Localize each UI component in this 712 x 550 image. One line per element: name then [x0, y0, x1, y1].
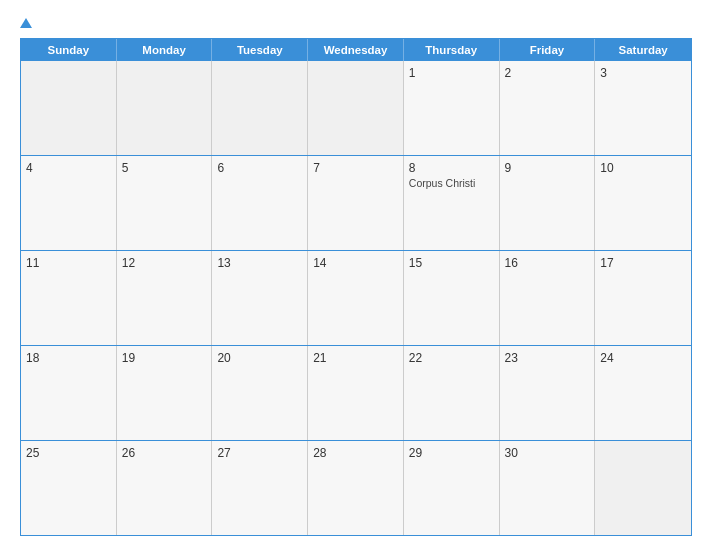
day-number: 10 [600, 161, 686, 175]
day-header-saturday: Saturday [595, 39, 691, 61]
calendar-cell: 24 [595, 346, 691, 440]
calendar-header: SundayMondayTuesdayWednesdayThursdayFrid… [21, 39, 691, 61]
calendar-cell: 22 [404, 346, 500, 440]
logo-triangle-icon [20, 18, 32, 28]
day-number: 23 [505, 351, 590, 365]
calendar-week-1: 123 [21, 61, 691, 155]
calendar-cell: 9 [500, 156, 596, 250]
day-number: 7 [313, 161, 398, 175]
calendar-cell: 30 [500, 441, 596, 535]
day-number: 21 [313, 351, 398, 365]
calendar-cell: 4 [21, 156, 117, 250]
day-header-thursday: Thursday [404, 39, 500, 61]
calendar-week-2: 45678Corpus Christi910 [21, 155, 691, 250]
calendar-cell [212, 61, 308, 155]
day-number: 9 [505, 161, 590, 175]
day-number: 12 [122, 256, 207, 270]
day-header-friday: Friday [500, 39, 596, 61]
day-number: 4 [26, 161, 111, 175]
day-number: 18 [26, 351, 111, 365]
day-number: 6 [217, 161, 302, 175]
day-number: 5 [122, 161, 207, 175]
calendar-cell: 14 [308, 251, 404, 345]
day-header-sunday: Sunday [21, 39, 117, 61]
calendar-cell: 8Corpus Christi [404, 156, 500, 250]
calendar-week-4: 18192021222324 [21, 345, 691, 440]
calendar-cell: 5 [117, 156, 213, 250]
calendar-cell: 3 [595, 61, 691, 155]
calendar-cell: 17 [595, 251, 691, 345]
calendar-cell [117, 61, 213, 155]
calendar-cell: 10 [595, 156, 691, 250]
calendar-page: SundayMondayTuesdayWednesdayThursdayFrid… [0, 0, 712, 550]
day-number: 15 [409, 256, 494, 270]
day-number: 3 [600, 66, 686, 80]
calendar-cell [595, 441, 691, 535]
calendar-body: 12345678Corpus Christi910111213141516171… [21, 61, 691, 535]
calendar-cell: 16 [500, 251, 596, 345]
calendar-event: Corpus Christi [409, 177, 494, 191]
calendar-grid: SundayMondayTuesdayWednesdayThursdayFrid… [20, 38, 692, 536]
calendar-cell: 23 [500, 346, 596, 440]
logo-blue-text [20, 18, 35, 28]
calendar-cell: 1 [404, 61, 500, 155]
calendar-cell: 12 [117, 251, 213, 345]
day-number: 1 [409, 66, 494, 80]
calendar-cell: 21 [308, 346, 404, 440]
calendar-cell: 20 [212, 346, 308, 440]
day-number: 20 [217, 351, 302, 365]
day-number: 22 [409, 351, 494, 365]
day-header-monday: Monday [117, 39, 213, 61]
calendar-cell: 19 [117, 346, 213, 440]
day-number: 30 [505, 446, 590, 460]
day-number: 11 [26, 256, 111, 270]
calendar-week-3: 11121314151617 [21, 250, 691, 345]
day-number: 28 [313, 446, 398, 460]
calendar-cell: 11 [21, 251, 117, 345]
calendar-cell [21, 61, 117, 155]
header [20, 18, 692, 28]
calendar-cell [308, 61, 404, 155]
calendar-cell: 26 [117, 441, 213, 535]
calendar-cell: 25 [21, 441, 117, 535]
day-header-tuesday: Tuesday [212, 39, 308, 61]
day-number: 17 [600, 256, 686, 270]
calendar-cell: 29 [404, 441, 500, 535]
day-number: 24 [600, 351, 686, 365]
calendar-week-5: 252627282930 [21, 440, 691, 535]
day-number: 16 [505, 256, 590, 270]
calendar-cell: 7 [308, 156, 404, 250]
day-number: 8 [409, 161, 494, 175]
calendar-cell: 2 [500, 61, 596, 155]
logo [20, 18, 35, 28]
calendar-cell: 6 [212, 156, 308, 250]
day-number: 29 [409, 446, 494, 460]
day-header-wednesday: Wednesday [308, 39, 404, 61]
day-number: 27 [217, 446, 302, 460]
calendar-cell: 27 [212, 441, 308, 535]
day-number: 13 [217, 256, 302, 270]
calendar-cell: 15 [404, 251, 500, 345]
calendar-cell: 28 [308, 441, 404, 535]
day-number: 25 [26, 446, 111, 460]
day-number: 26 [122, 446, 207, 460]
day-number: 19 [122, 351, 207, 365]
calendar-cell: 18 [21, 346, 117, 440]
day-number: 14 [313, 256, 398, 270]
day-number: 2 [505, 66, 590, 80]
calendar-cell: 13 [212, 251, 308, 345]
